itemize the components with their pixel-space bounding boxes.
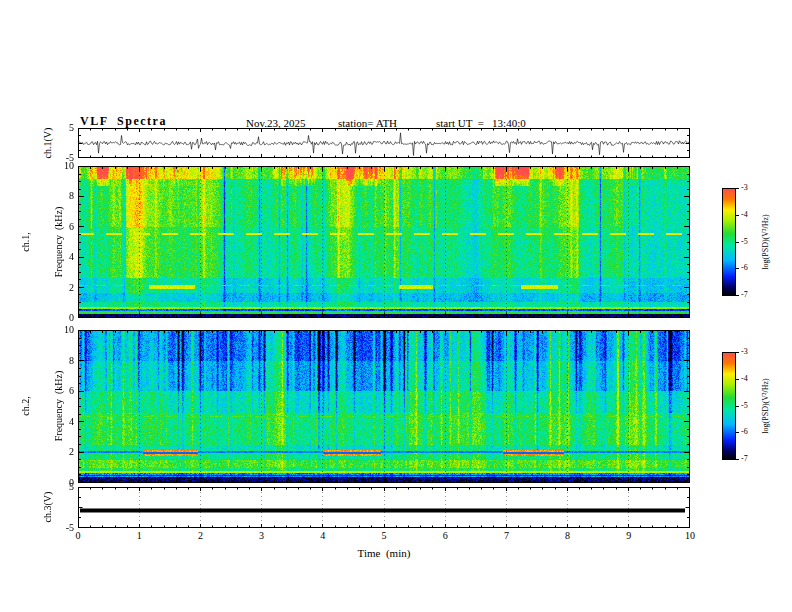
axis-label-frequency-line: Frequency (kHz) bbox=[53, 207, 64, 278]
axis-label-frequency-line: Frequency (kHz) bbox=[53, 371, 64, 442]
y-axis-tick-label: 2 bbox=[48, 283, 74, 293]
ch3-waveform-plot bbox=[78, 487, 690, 528]
x-axis-tick-label: 3 bbox=[252, 531, 272, 541]
x-axis-tick-label: 6 bbox=[435, 531, 455, 541]
axis-label-channel-line: ch.1, bbox=[20, 207, 31, 278]
y-axis-tick-label: 5 bbox=[48, 482, 74, 492]
ch2-frequency-axis-label: ch.2, Frequency (kHz) bbox=[0, 371, 86, 442]
colorbar-ch2-label: log(PSD)(V²/Hz) bbox=[762, 378, 770, 433]
colorbar-tick-mark bbox=[736, 459, 739, 460]
x-axis-tick-label: 5 bbox=[374, 531, 394, 541]
x-axis-tick-label: 7 bbox=[496, 531, 516, 541]
y-axis-tick-label: 5 bbox=[48, 123, 74, 133]
colorbar-tick-mark bbox=[736, 215, 739, 216]
colorbar-tick-label: -7 bbox=[741, 291, 748, 299]
ch1-waveform-plot bbox=[78, 128, 690, 158]
colorbar-tick-label: -5 bbox=[741, 238, 748, 246]
colorbar-tick-mark bbox=[736, 242, 739, 243]
colorbar-tick-mark bbox=[736, 432, 739, 433]
y-axis-tick-label: 6 bbox=[48, 386, 74, 396]
colorbar-tick-mark bbox=[736, 352, 739, 353]
x-axis-tick-label: 1 bbox=[129, 531, 149, 541]
y-axis-tick-label: 0 bbox=[48, 313, 74, 323]
colorbar-tick-label: -4 bbox=[741, 375, 748, 383]
y-axis-tick-label: 6 bbox=[48, 222, 74, 232]
colorbar-tick-mark bbox=[736, 295, 739, 296]
colorbar-tick-mark bbox=[736, 406, 739, 407]
ch1-spectrogram-plot bbox=[78, 166, 690, 318]
y-axis-tick-label: 8 bbox=[48, 356, 74, 366]
y-axis-tick-label: 10 bbox=[48, 161, 74, 171]
vlf-spectra-figure: VLF Spectra Nov.23, 2025 station= ATH st… bbox=[0, 0, 792, 612]
y-axis-tick-label: -5 bbox=[48, 523, 74, 533]
figure-title: VLF Spectra bbox=[80, 115, 167, 127]
colorbar-ch1-label: log(PSD)(V²/Hz) bbox=[762, 214, 770, 269]
x-axis-tick-label: 10 bbox=[680, 531, 700, 541]
colorbar-tick-mark bbox=[736, 379, 739, 380]
colorbar-tick-label: -6 bbox=[741, 428, 748, 436]
colorbar-tick-label: -3 bbox=[741, 184, 748, 192]
x-axis-title: Time (min) bbox=[288, 547, 480, 559]
y-axis-tick-label: 10 bbox=[48, 325, 74, 335]
colorbar-ch1 bbox=[722, 188, 736, 296]
colorbar-tick-mark bbox=[736, 268, 739, 269]
colorbar-tick-label: -3 bbox=[741, 348, 748, 356]
y-axis-tick-label: 4 bbox=[48, 417, 74, 427]
colorbar-tick-label: -4 bbox=[741, 211, 748, 219]
ch1-frequency-axis-label: ch.1, Frequency (kHz) bbox=[0, 207, 86, 278]
colorbar-tick-label: -6 bbox=[741, 264, 748, 272]
x-axis-tick-label: 8 bbox=[558, 531, 578, 541]
colorbar-ch2 bbox=[722, 352, 736, 460]
colorbar-tick-label: -5 bbox=[741, 402, 748, 410]
ch3-voltage-axis-label: ch.3(V) bbox=[42, 492, 53, 523]
y-axis-tick-label: 2 bbox=[48, 447, 74, 457]
y-axis-tick-label: 4 bbox=[48, 252, 74, 262]
colorbar-tick-mark bbox=[736, 188, 739, 189]
colorbar-tick-label: -7 bbox=[741, 455, 748, 463]
x-axis-tick-label: 4 bbox=[313, 531, 333, 541]
axis-label-channel-line: ch.2, bbox=[20, 371, 31, 442]
x-axis-tick-label: 9 bbox=[619, 531, 639, 541]
x-axis-tick-label: 2 bbox=[190, 531, 210, 541]
y-axis-tick-label: 8 bbox=[48, 191, 74, 201]
ch2-spectrogram-plot bbox=[78, 330, 690, 483]
